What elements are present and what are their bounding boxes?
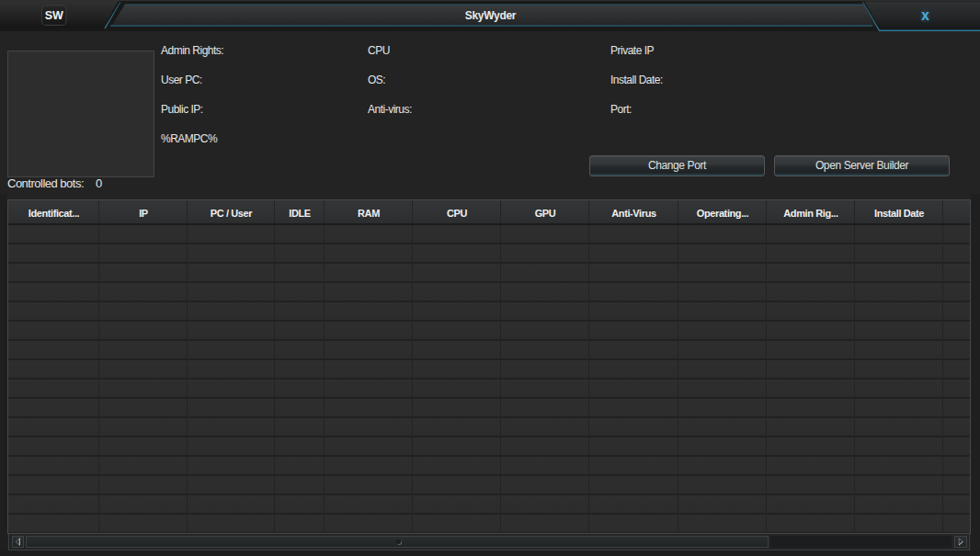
- svg-text:SW: SW: [45, 9, 63, 22]
- svg-text:x: x: [921, 7, 929, 23]
- svg-text:SkyWyder: SkyWyder: [465, 9, 517, 22]
